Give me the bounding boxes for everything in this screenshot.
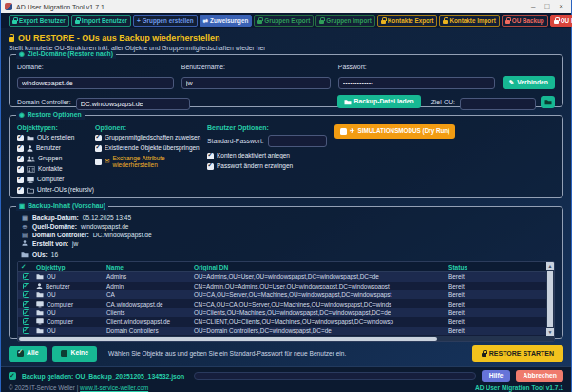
checkbox[interactable] <box>207 163 214 170</box>
simulation-mode-button[interactable]: ✈SIMULATIONSMODUS (Dry Run) <box>334 124 455 139</box>
options-header: Optionen: <box>95 124 207 131</box>
help-button[interactable]: Hilfe <box>482 370 511 382</box>
password-input[interactable] <box>338 77 495 89</box>
backup-table: ✓ Objekttyp Name Original DN Status OU A… <box>17 261 555 342</box>
row-checkbox[interactable] <box>23 283 29 289</box>
checkbox[interactable] <box>207 153 214 159</box>
target-ou-input[interactable] <box>460 98 536 110</box>
folder-icon <box>36 309 44 316</box>
cancel-button[interactable]: Abbrechen <box>516 370 563 382</box>
checkbox-ous-erstellen[interactable]: OUs erstellen <box>17 135 95 141</box>
tab-kontakte-export[interactable]: Kontakte Export <box>377 15 438 27</box>
table-row[interactable]: OU Admins OU=Admins,OU=User,OU=windowspa… <box>18 272 546 281</box>
table-row[interactable]: Benutzer Admin CN=Admin,OU=Admins,OU=Use… <box>18 282 546 290</box>
username-input[interactable] <box>181 77 331 89</box>
subfolder-icon <box>27 187 34 194</box>
tab-ou-restore[interactable]: OU Restore <box>550 15 572 27</box>
scroll-down-icon[interactable]: ▼ <box>546 328 554 336</box>
lock-icon <box>482 353 486 357</box>
row-checkbox[interactable] <box>23 309 29 316</box>
load-backup-button[interactable]: Backup-Datei laden <box>337 95 421 108</box>
select-none-button[interactable]: Keine <box>52 346 97 362</box>
lock-icon <box>381 20 386 24</box>
standard-password-label: Standard-Passwort: <box>207 138 264 144</box>
row-checkbox[interactable] <box>23 291 29 298</box>
row-checkbox[interactable] <box>23 318 29 325</box>
table-row[interactable]: OU Clients OU=Clients,OU=Machines,OU=win… <box>18 308 546 317</box>
restore-start-button[interactable]: RESTORE STARTEN <box>472 345 563 362</box>
row-checkbox[interactable] <box>23 301 29 308</box>
checkbox-exchange-attribute[interactable]: ✉Exchange-Attribute wiederherstellen <box>95 156 207 168</box>
checkbox-passwort-aendern[interactable]: Passwort ändern erzwingen <box>207 163 329 170</box>
close-button[interactable]: × <box>559 2 563 11</box>
checkbox[interactable] <box>17 145 24 152</box>
tab-import-benutzer[interactable]: Import Benutzer <box>71 15 131 27</box>
domain-input[interactable] <box>17 77 174 89</box>
tab-gruppen-erstellen[interactable]: +Gruppen erstellen <box>133 15 198 28</box>
maximize-button[interactable]: □ <box>544 2 549 11</box>
copyright-text: © 2025 IT-Service Weller | www.it-servic… <box>9 384 148 391</box>
lock-icon <box>554 20 559 24</box>
checkbox[interactable] <box>17 135 24 141</box>
vertical-scrollbar[interactable]: ▲ ▼ <box>546 262 554 336</box>
tab-gruppen-export[interactable]: Gruppen Export <box>254 15 314 27</box>
scrollbar-thumb[interactable] <box>547 271 553 327</box>
checkbox-benutzer[interactable]: Benutzer <box>17 145 95 152</box>
tab-zuweisungen[interactable]: ⇄Zuweisungen <box>200 15 253 28</box>
connect-button[interactable]: ✎Verbinden <box>503 76 555 89</box>
contact-icon <box>27 166 35 173</box>
row-checkbox[interactable] <box>23 273 29 280</box>
status-column-header[interactable]: Status <box>446 264 546 271</box>
objekttyp-column-header[interactable]: Objekttyp <box>33 264 104 271</box>
website-link[interactable]: www.it-service-weller.com <box>80 384 148 391</box>
checkbox-gruppenmitgliedschaften[interactable]: Gruppenmitgliedschaften zuweisen <box>95 135 207 141</box>
checkbox[interactable] <box>95 159 102 165</box>
checkbox-computer[interactable]: Computer <box>17 177 95 183</box>
username-label: Benutzername: <box>181 64 331 70</box>
standard-password-input[interactable] <box>268 135 327 147</box>
folder-icon <box>36 327 44 334</box>
assign-icon: ⇄ <box>203 18 208 25</box>
tab-kontakte-import[interactable]: Kontakte Import <box>439 15 499 27</box>
checkbox-unter-ous[interactable]: Unter-OUs (rekursiv) <box>17 187 95 194</box>
object-types-header: Objekttypen: <box>17 124 95 131</box>
checkbox[interactable] <box>340 128 347 135</box>
table-row[interactable]: OU CA OU=CA,OU=Server,OU=Machines,OU=win… <box>18 290 546 299</box>
tab-gruppen-import[interactable]: Gruppen Import <box>315 15 375 27</box>
user-icon <box>21 240 29 247</box>
checkbox[interactable] <box>95 145 102 152</box>
scrollbar-thumb[interactable] <box>19 337 437 341</box>
checkbox[interactable] <box>95 135 102 141</box>
backup-icon: ▣ <box>19 203 25 210</box>
checkbox-gruppen[interactable]: Gruppen <box>17 156 95 162</box>
checkbox-konten-deaktiviert[interactable]: Konten deaktiviert anlegen <box>207 153 329 159</box>
checkbox[interactable] <box>17 187 24 194</box>
checkbox[interactable] <box>17 156 24 162</box>
lock-icon <box>443 20 448 24</box>
checkbox[interactable] <box>17 166 24 173</box>
horizontal-scrollbar[interactable] <box>18 336 554 341</box>
check-column-header[interactable]: ✓ <box>18 263 33 271</box>
domain-label: Domäne: <box>17 64 174 70</box>
dn-column-header[interactable]: Original DN <box>191 264 446 271</box>
table-row[interactable]: Computer CA.windowspapst.de CN=CA,OU=CA,… <box>18 299 546 308</box>
scroll-up-icon[interactable]: ▲ <box>546 262 554 270</box>
select-all-button[interactable]: Alle <box>9 346 47 362</box>
table-row[interactable]: Computer Client.windowspapst.de CN=CLIEN… <box>18 317 546 326</box>
minimize-button[interactable]: – <box>531 2 535 11</box>
tab-export-benutzer[interactable]: Export Benutzer <box>9 15 69 27</box>
table-row[interactable]: OU Domain Controllers OU=Domain Controll… <box>18 327 546 335</box>
browse-ou-button[interactable] <box>541 96 555 108</box>
backup-info: ▦Backup-Datum:05.12.2025 13:45 ⊕Quell-Do… <box>17 214 555 259</box>
row-checkbox[interactable] <box>23 327 29 334</box>
checkbox-kontakte[interactable]: Kontakte <box>17 166 95 173</box>
dc-value: DC.windowspapst.de <box>93 232 152 239</box>
checkbox[interactable] <box>17 177 24 183</box>
name-column-header[interactable]: Name <box>104 264 191 271</box>
tab-ou-backup[interactable]: OU Backup <box>502 15 548 27</box>
checkbox-existierende-ueberspringen[interactable]: Existierende Objekte überspringen <box>95 145 207 152</box>
lock-icon <box>12 20 17 24</box>
dc-input[interactable] <box>76 98 190 110</box>
lock-icon <box>257 20 262 24</box>
backup-date-value: 05.12.2025 13:45 <box>83 215 131 222</box>
